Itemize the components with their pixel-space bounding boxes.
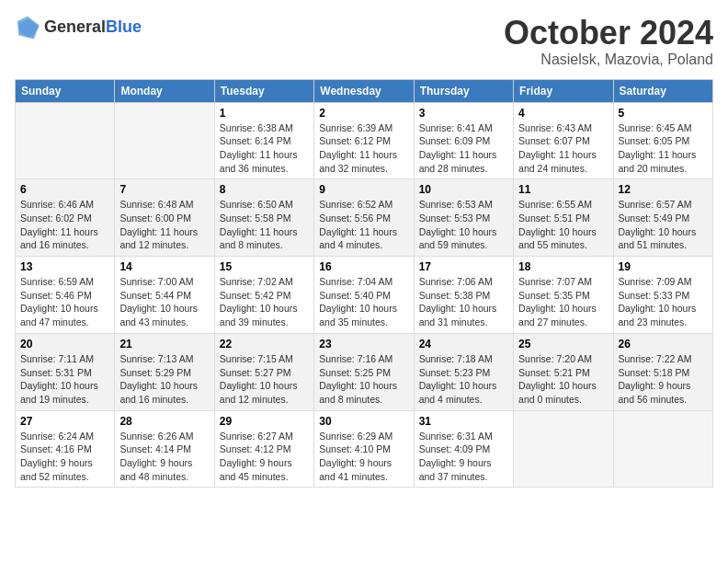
day-header-saturday: Saturday [613,79,712,102]
calendar-table: SundayMondayTuesdayWednesdayThursdayFrid… [15,79,713,488]
day-number: 10 [419,183,508,196]
day-number: 4 [518,107,608,120]
day-number: 16 [319,260,408,273]
calendar-cell: 17Sunrise: 7:06 AMSunset: 5:38 PMDayligh… [414,257,513,334]
calendar-cell: 10Sunrise: 6:53 AMSunset: 5:53 PMDayligh… [414,179,513,257]
day-info: Sunrise: 7:09 AMSunset: 5:33 PMDaylight:… [619,275,708,329]
day-number: 20 [20,338,109,350]
day-info: Sunrise: 7:13 AMSunset: 5:29 PMDaylight:… [119,352,209,407]
logo-text: General Blue [44,18,142,37]
title-block: October 2024 Nasielsk, Mazovia, Poland [504,15,713,68]
calendar-cell: 13Sunrise: 6:59 AMSunset: 5:46 PMDayligh… [16,257,115,334]
day-info: Sunrise: 7:16 AMSunset: 5:25 PMDaylight:… [319,352,408,407]
logo: General Blue [15,15,142,40]
calendar-cell: 2Sunrise: 6:39 AMSunset: 6:12 PMDaylight… [314,102,414,179]
calendar-week-row: 27Sunrise: 6:24 AMSunset: 4:16 PMDayligh… [16,410,713,488]
day-header-thursday: Thursday [414,79,513,102]
day-number: 22 [220,338,309,350]
calendar-cell [613,410,712,488]
day-info: Sunrise: 7:00 AMSunset: 5:44 PMDaylight:… [119,275,209,329]
day-number: 3 [419,107,508,120]
calendar-cell: 6Sunrise: 6:46 AMSunset: 6:02 PMDaylight… [16,179,115,257]
day-header-friday: Friday [514,79,613,102]
day-header-sunday: Sunday [16,79,115,102]
calendar-cell: 22Sunrise: 7:15 AMSunset: 5:27 PMDayligh… [214,333,313,410]
day-number: 28 [119,415,209,428]
calendar-cell: 28Sunrise: 6:26 AMSunset: 4:14 PMDayligh… [115,410,214,488]
day-info: Sunrise: 6:27 AMSunset: 4:12 PMDaylight:… [220,430,309,484]
day-number: 30 [319,415,408,428]
day-info: Sunrise: 7:20 AMSunset: 5:21 PMDaylight:… [518,352,608,407]
day-info: Sunrise: 6:46 AMSunset: 6:02 PMDaylight:… [20,198,109,252]
calendar-cell: 24Sunrise: 7:18 AMSunset: 5:23 PMDayligh… [414,333,513,410]
page-header: General Blue October 2024 Nasielsk, Mazo… [15,15,713,68]
day-number: 27 [20,415,109,428]
day-number: 24 [419,338,508,350]
day-number: 6 [20,183,109,196]
calendar-cell: 31Sunrise: 6:31 AMSunset: 4:09 PMDayligh… [414,410,513,488]
svg-marker-2 [17,16,40,39]
day-info: Sunrise: 6:39 AMSunset: 6:12 PMDaylight:… [319,121,408,176]
calendar-cell: 8Sunrise: 6:50 AMSunset: 5:58 PMDaylight… [214,179,313,257]
day-number: 1 [220,107,309,120]
day-info: Sunrise: 6:31 AMSunset: 4:09 PMDaylight:… [419,430,508,484]
day-info: Sunrise: 7:04 AMSunset: 5:40 PMDaylight:… [319,275,408,329]
page-title: October 2024 [504,15,713,52]
day-info: Sunrise: 6:29 AMSunset: 4:10 PMDaylight:… [319,430,408,484]
day-number: 11 [518,183,608,196]
calendar-cell: 16Sunrise: 7:04 AMSunset: 5:40 PMDayligh… [314,257,414,334]
day-info: Sunrise: 6:48 AMSunset: 6:00 PMDaylight:… [119,198,209,252]
day-info: Sunrise: 6:41 AMSunset: 6:09 PMDaylight:… [419,121,508,176]
day-info: Sunrise: 6:24 AMSunset: 4:16 PMDaylight:… [20,430,109,484]
day-number: 21 [119,338,209,350]
calendar-cell: 4Sunrise: 6:43 AMSunset: 6:07 PMDaylight… [514,102,613,179]
calendar-cell: 3Sunrise: 6:41 AMSunset: 6:09 PMDaylight… [414,102,513,179]
day-number: 8 [220,183,309,196]
calendar-cell: 26Sunrise: 7:22 AMSunset: 5:18 PMDayligh… [613,333,712,410]
calendar-cell: 11Sunrise: 6:55 AMSunset: 5:51 PMDayligh… [514,179,613,257]
calendar-cell: 5Sunrise: 6:45 AMSunset: 6:05 PMDaylight… [613,102,712,179]
calendar-cell: 1Sunrise: 6:38 AMSunset: 6:14 PMDaylight… [214,102,313,179]
day-info: Sunrise: 6:57 AMSunset: 5:49 PMDaylight:… [619,198,708,252]
calendar-cell: 29Sunrise: 6:27 AMSunset: 4:12 PMDayligh… [214,410,313,488]
day-info: Sunrise: 6:38 AMSunset: 6:14 PMDaylight:… [220,121,309,176]
day-number: 19 [619,260,708,273]
day-number: 7 [119,183,209,196]
day-header-monday: Monday [115,79,214,102]
day-info: Sunrise: 6:43 AMSunset: 6:07 PMDaylight:… [518,121,608,176]
day-number: 31 [419,415,508,428]
day-info: Sunrise: 7:07 AMSunset: 5:35 PMDaylight:… [518,275,608,329]
calendar-week-row: 13Sunrise: 6:59 AMSunset: 5:46 PMDayligh… [16,257,713,334]
calendar-cell [16,102,115,179]
day-info: Sunrise: 6:50 AMSunset: 5:58 PMDaylight:… [220,198,309,252]
calendar-week-row: 1Sunrise: 6:38 AMSunset: 6:14 PMDaylight… [16,102,713,179]
calendar-cell: 27Sunrise: 6:24 AMSunset: 4:16 PMDayligh… [16,410,115,488]
day-number: 12 [619,183,708,196]
page-subtitle: Nasielsk, Mazovia, Poland [504,52,713,68]
logo-general: General [44,18,106,37]
day-number: 26 [619,338,708,350]
calendar-cell: 21Sunrise: 7:13 AMSunset: 5:29 PMDayligh… [115,333,214,410]
calendar-cell: 14Sunrise: 7:00 AMSunset: 5:44 PMDayligh… [115,257,214,334]
day-info: Sunrise: 6:59 AMSunset: 5:46 PMDaylight:… [20,275,109,329]
calendar-cell: 7Sunrise: 6:48 AMSunset: 6:00 PMDaylight… [115,179,214,257]
calendar-cell: 25Sunrise: 7:20 AMSunset: 5:21 PMDayligh… [514,333,613,410]
calendar-cell: 9Sunrise: 6:52 AMSunset: 5:56 PMDaylight… [314,179,414,257]
day-info: Sunrise: 6:45 AMSunset: 6:05 PMDaylight:… [619,121,708,176]
day-number: 9 [319,183,408,196]
day-info: Sunrise: 6:52 AMSunset: 5:56 PMDaylight:… [319,198,408,252]
calendar-cell [115,102,214,179]
logo-icon [15,15,40,40]
day-info: Sunrise: 7:02 AMSunset: 5:42 PMDaylight:… [220,275,309,329]
calendar-cell: 12Sunrise: 6:57 AMSunset: 5:49 PMDayligh… [613,179,712,257]
day-info: Sunrise: 7:18 AMSunset: 5:23 PMDaylight:… [419,352,508,407]
calendar-week-row: 20Sunrise: 7:11 AMSunset: 5:31 PMDayligh… [16,333,713,410]
calendar-cell: 15Sunrise: 7:02 AMSunset: 5:42 PMDayligh… [214,257,313,334]
calendar-cell: 18Sunrise: 7:07 AMSunset: 5:35 PMDayligh… [514,257,613,334]
day-info: Sunrise: 7:11 AMSunset: 5:31 PMDaylight:… [20,352,109,407]
day-number: 29 [220,415,309,428]
calendar-week-row: 6Sunrise: 6:46 AMSunset: 6:02 PMDaylight… [16,179,713,257]
day-header-tuesday: Tuesday [214,79,313,102]
logo-blue: Blue [106,18,142,37]
day-header-wednesday: Wednesday [314,79,414,102]
